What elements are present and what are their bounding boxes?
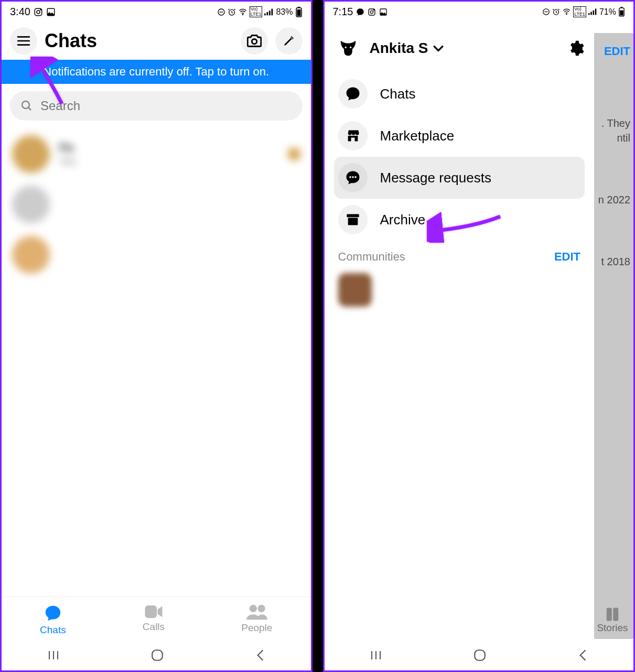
settings-button[interactable] bbox=[567, 39, 585, 57]
drawer-header: Ankita S bbox=[334, 38, 585, 58]
svg-line-20 bbox=[28, 107, 31, 110]
chat-preview: You bbox=[59, 156, 278, 167]
menu-label: Archive bbox=[380, 212, 426, 228]
video-icon bbox=[144, 604, 163, 619]
communities-label: Communities bbox=[338, 250, 405, 264]
tab-calls[interactable]: Calls bbox=[143, 604, 165, 636]
signal-icon bbox=[588, 8, 597, 15]
menu-label: Message requests bbox=[380, 170, 491, 186]
avatar bbox=[12, 135, 50, 173]
svg-rect-14 bbox=[297, 9, 300, 16]
svg-point-1 bbox=[37, 10, 40, 14]
alarm-icon bbox=[228, 8, 236, 16]
bg-text: . They ntil bbox=[601, 116, 630, 145]
page-title: Chats bbox=[45, 30, 233, 52]
profile-avatar-icon[interactable] bbox=[338, 38, 358, 58]
recent-apps-button[interactable] bbox=[370, 649, 382, 662]
compose-button[interactable] bbox=[275, 27, 303, 55]
tab-label: Calls bbox=[143, 621, 165, 633]
hamburger-icon bbox=[17, 35, 30, 47]
communities-section-header: Communities EDIT bbox=[334, 241, 585, 268]
search-input[interactable] bbox=[40, 99, 292, 113]
notification-banner[interactable]: Notifications are currently off. Tap to … bbox=[2, 60, 311, 84]
battery-icon bbox=[618, 7, 625, 17]
svg-point-30 bbox=[371, 10, 373, 13]
chat-icon bbox=[345, 86, 361, 102]
volte-icon: Vo)LTE1 bbox=[573, 6, 586, 18]
back-button[interactable] bbox=[255, 648, 265, 662]
system-nav bbox=[2, 640, 311, 670]
menu-label: Marketplace bbox=[380, 128, 455, 144]
svg-rect-5 bbox=[219, 12, 223, 12]
phone-right: 7:15 Vo)LTE1 71% EDIT . They ntil n 2022… bbox=[323, 0, 636, 672]
svg-rect-55 bbox=[475, 650, 485, 660]
svg-point-48 bbox=[349, 176, 351, 178]
alarm-icon bbox=[552, 8, 560, 16]
svg-point-2 bbox=[40, 9, 41, 10]
svg-rect-42 bbox=[621, 7, 623, 8]
svg-point-23 bbox=[257, 605, 265, 612]
recent-apps-button[interactable] bbox=[47, 649, 60, 662]
svg-point-47 bbox=[350, 47, 351, 48]
status-battery-text: 83% bbox=[276, 7, 293, 17]
gallery-icon bbox=[46, 7, 56, 17]
svg-point-18 bbox=[252, 39, 256, 44]
camera-button[interactable] bbox=[241, 27, 268, 55]
svg-rect-51 bbox=[347, 214, 359, 218]
search-bar[interactable] bbox=[10, 91, 303, 121]
menu-archive[interactable]: Archive bbox=[334, 199, 585, 241]
dnd-icon bbox=[217, 8, 225, 16]
svg-point-49 bbox=[352, 176, 354, 178]
tab-label: People bbox=[241, 622, 272, 634]
menu-button[interactable] bbox=[10, 27, 37, 55]
svg-point-7 bbox=[242, 14, 243, 15]
menu-message-requests[interactable]: Message requests bbox=[334, 157, 585, 199]
chat-name: Pa bbox=[59, 141, 278, 155]
wifi-icon bbox=[238, 8, 247, 16]
status-bar: 7:15 Vo)LTE1 71% bbox=[325, 2, 634, 22]
svg-rect-10 bbox=[269, 10, 271, 15]
status-indicator bbox=[288, 148, 300, 160]
tab-chats[interactable]: Chats bbox=[40, 604, 66, 636]
signal-icon bbox=[264, 8, 274, 16]
svg-rect-39 bbox=[593, 10, 594, 15]
tab-bar: Chats Calls People bbox=[2, 597, 311, 640]
svg-point-50 bbox=[354, 176, 357, 178]
svg-rect-13 bbox=[298, 7, 300, 8]
avatar bbox=[12, 186, 50, 223]
battery-icon bbox=[295, 7, 303, 17]
svg-rect-9 bbox=[267, 12, 268, 15]
status-battery-text: 71% bbox=[599, 7, 616, 17]
bg-text: n 2022 bbox=[598, 192, 630, 207]
pencil-icon bbox=[283, 35, 295, 47]
menu-marketplace[interactable]: Marketplace bbox=[334, 115, 585, 157]
svg-rect-40 bbox=[595, 9, 597, 15]
profile-switcher[interactable]: Ankita S bbox=[370, 40, 556, 57]
communities-edit-button[interactable]: EDIT bbox=[554, 250, 580, 264]
navigation-drawer: Ankita S Chats Marketplace Message reque… bbox=[325, 27, 595, 639]
home-button[interactable] bbox=[473, 648, 487, 662]
chat-item[interactable] bbox=[7, 230, 306, 280]
svg-rect-43 bbox=[620, 10, 623, 16]
wifi-icon bbox=[562, 8, 571, 16]
chat-item[interactable]: Pa You bbox=[7, 129, 306, 179]
profile-name-text: Ankita S bbox=[370, 40, 428, 57]
chat-item[interactable] bbox=[7, 179, 306, 230]
svg-point-22 bbox=[250, 605, 257, 612]
svg-point-46 bbox=[345, 47, 346, 48]
menu-chats[interactable]: Chats bbox=[334, 73, 585, 115]
home-button[interactable] bbox=[150, 648, 164, 662]
instagram-icon bbox=[34, 7, 43, 17]
svg-rect-38 bbox=[590, 12, 592, 15]
dnd-icon bbox=[542, 8, 550, 16]
svg-point-19 bbox=[22, 101, 29, 109]
status-bar: 3:40 Vo)LTE1 83% bbox=[2, 2, 311, 22]
phone-left: 3:40 Vo)LTE1 83% Chats Notifications are… bbox=[0, 0, 313, 672]
people-icon bbox=[246, 604, 267, 620]
chat-bubble-icon bbox=[44, 604, 62, 622]
community-item[interactable] bbox=[334, 268, 585, 312]
back-button[interactable] bbox=[577, 648, 588, 662]
svg-rect-8 bbox=[264, 13, 266, 15]
svg-rect-45 bbox=[613, 608, 618, 621]
tab-people[interactable]: People bbox=[241, 604, 272, 636]
